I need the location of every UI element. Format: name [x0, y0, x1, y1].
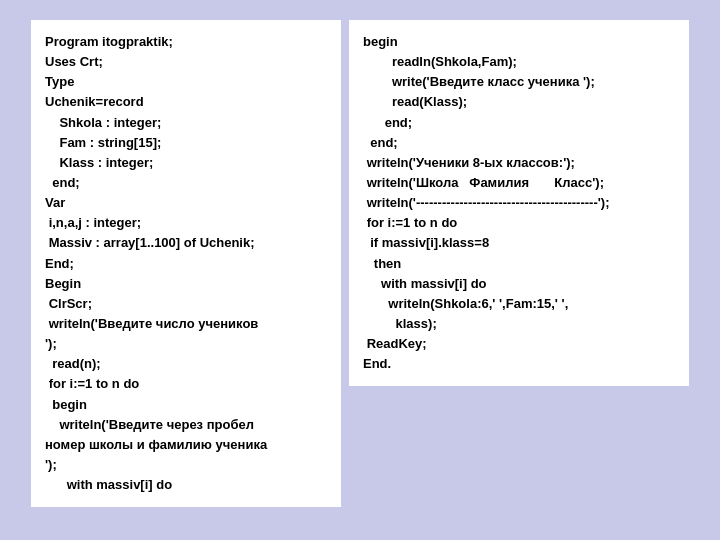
main-container: Program itogpraktik; Uses Crt; Type Uche…: [0, 0, 720, 540]
right-code-panel: begin readln(Shkola,Fam); write('Введите…: [349, 20, 689, 386]
left-code-panel: Program itogpraktik; Uses Crt; Type Uche…: [31, 20, 341, 507]
